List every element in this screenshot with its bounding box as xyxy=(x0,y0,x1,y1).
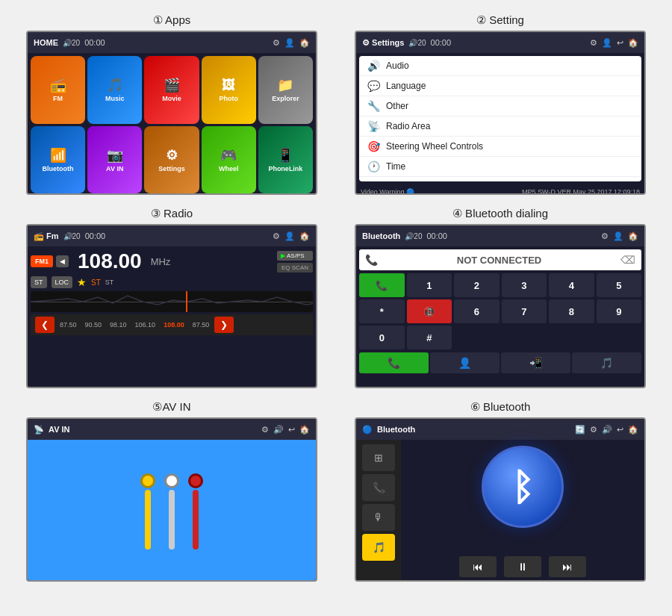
settings-back-icon[interactable]: ↩ xyxy=(617,38,623,48)
bt-dial-profile-icon: 👤 xyxy=(613,231,623,241)
settings-language[interactable]: 💬 Language xyxy=(359,76,641,96)
settings-other[interactable]: 🔧 Other xyxy=(359,96,641,116)
freq-3[interactable]: 98.10 xyxy=(107,320,130,330)
radio-waveform xyxy=(31,291,313,312)
radio-header-label: 📻 Fm xyxy=(34,231,59,241)
app-music[interactable]: 🎵 Music xyxy=(87,56,142,124)
backspace-icon[interactable]: ⌫ xyxy=(620,254,635,266)
dial-6[interactable]: 6 xyxy=(454,299,500,323)
dial-hash[interactable]: # xyxy=(407,326,452,349)
apps-profile-icon: 👤 xyxy=(284,38,295,48)
bt-side-mic[interactable]: 🎙 xyxy=(362,504,395,531)
bt-side-grid[interactable]: ⊞ xyxy=(362,444,395,471)
dial-2[interactable]: 2 xyxy=(454,273,500,297)
bt-header: 🔵 Bluetooth 🔄 ⚙ 🔊 ↩ 🏠 xyxy=(356,419,644,440)
bt-tab-recent[interactable]: 📲 xyxy=(501,352,570,373)
app-avin[interactable]: 📷 AV IN xyxy=(87,126,142,194)
avin-home-icon[interactable]: 🏠 xyxy=(299,425,310,435)
movie-label: Movie xyxy=(162,95,181,102)
radio-home-icon[interactable]: 🏠 xyxy=(299,231,310,241)
bt-settings-icon[interactable]: ⚙ xyxy=(590,425,597,435)
apps-cell: ① Apps HOME 🔊20 00:00 ⚙ 👤 🏠 📻 FM 🎵 Music xyxy=(7,7,336,201)
avin-volume-icon[interactable]: 🔊 xyxy=(273,425,284,435)
bt-volume-icon[interactable]: 🔊 xyxy=(602,425,612,435)
fm-icon: 📻 xyxy=(50,77,66,93)
app-photo[interactable]: 🖼 Photo xyxy=(202,56,256,124)
st-button[interactable]: ST xyxy=(31,276,47,288)
loc-button[interactable]: LOC xyxy=(52,276,73,288)
settings-radio-area[interactable]: 📡 Radio Area xyxy=(359,116,641,137)
dial-9[interactable]: 9 xyxy=(597,299,642,323)
avin-label: AV IN xyxy=(106,165,123,172)
bt-refresh-icon[interactable]: 🔄 xyxy=(575,425,585,435)
settings-home-icon[interactable]: 🏠 xyxy=(628,38,638,48)
settings-audio[interactable]: 🔊 Audio xyxy=(359,56,641,76)
app-movie[interactable]: 🎬 Movie xyxy=(144,56,199,124)
radio-area-icon: 📡 xyxy=(367,120,380,132)
freq-1[interactable]: 87.50 xyxy=(57,320,80,330)
rca-yellow-cable xyxy=(145,490,151,550)
version-info: MP5 SW-D VER May 25 2017 12:09:18 xyxy=(522,188,640,195)
apps-grid: 📻 FM 🎵 Music 🎬 Movie 🖼 Photo 📁 Ex xyxy=(28,53,316,195)
bt-play-pause-button[interactable]: ⏸ xyxy=(504,556,541,577)
app-phonelink[interactable]: 📱 PhoneLink xyxy=(258,126,313,194)
freq-5-active[interactable]: 108.00 xyxy=(161,320,187,330)
bt-prev-button[interactable]: ⏮ xyxy=(459,556,497,577)
dial-8[interactable]: 8 xyxy=(549,299,594,323)
bt-tab-call[interactable]: 📞 xyxy=(359,352,429,373)
app-settings[interactable]: ⚙ Settings xyxy=(144,126,199,194)
dial-5[interactable]: 5 xyxy=(597,273,642,297)
bt-side-music[interactable]: 🎵 xyxy=(362,534,395,561)
avin-settings-icon[interactable]: ⚙ xyxy=(261,425,269,435)
bt-home-icon[interactable]: 🏠 xyxy=(628,425,638,435)
dial-4[interactable]: 4 xyxy=(549,273,594,297)
dial-7[interactable]: 7 xyxy=(502,299,547,323)
favorite-star[interactable]: ★ xyxy=(77,276,87,288)
fm1-button[interactable]: FM1 xyxy=(31,255,53,267)
app-fm[interactable]: 📻 FM xyxy=(31,56,85,124)
apps-header: HOME 🔊20 00:00 ⚙ 👤 🏠 xyxy=(28,32,316,53)
bt-side-call[interactable]: 📞 xyxy=(362,474,395,501)
dial-3[interactable]: 3 xyxy=(502,273,547,297)
bt-back-icon[interactable]: ↩ xyxy=(617,425,623,435)
apps-title: ① Apps xyxy=(153,13,191,27)
app-explorer[interactable]: 📁 Explorer xyxy=(258,56,313,124)
rca-red-head xyxy=(188,473,203,488)
dial-star[interactable]: * xyxy=(359,299,405,323)
settings-time-item[interactable]: 🕐 Time xyxy=(359,157,641,177)
wheel-label: Wheel xyxy=(219,165,239,172)
freq-6[interactable]: 87.50 xyxy=(190,320,213,330)
language-label: Language xyxy=(386,81,426,91)
asps-button[interactable]: ▶ AS/PS xyxy=(277,251,313,261)
waveform-svg xyxy=(31,291,313,312)
settings-title: ② Setting xyxy=(476,13,524,27)
language-icon: 💬 xyxy=(367,80,380,92)
rca-red-cable xyxy=(193,490,199,550)
freq-4[interactable]: 106.10 xyxy=(132,320,159,330)
dial-0[interactable]: 0 xyxy=(359,326,405,349)
prev-button[interactable]: ◀ xyxy=(56,255,69,267)
bt-tab-music[interactable]: 🎵 xyxy=(572,352,641,373)
settings-cell: ② Setting ⚙ Settings 🔊20 00:00 ⚙ 👤 ↩ 🏠 🔊… xyxy=(336,7,665,201)
avin-back-icon[interactable]: ↩ xyxy=(288,425,295,435)
dialpad: 📞 1 2 3 4 5 * 📵 6 7 8 9 0 # xyxy=(359,273,641,349)
radio-body: FM1 ◀ 108.00 MHz ▶ AS/PS EQ SCAN ST LOC … xyxy=(28,246,316,388)
bt-dial-home-icon[interactable]: 🏠 xyxy=(628,231,638,241)
settings-steering[interactable]: 🎯 Steering Wheel Controls xyxy=(359,137,641,157)
other-label: Other xyxy=(386,101,408,111)
app-wheel[interactable]: 🎮 Wheel xyxy=(202,126,256,194)
bt-controls: ⏮ ⏸ ⏭ xyxy=(459,556,586,577)
settings-header-label: ⚙ Settings xyxy=(362,38,404,48)
wheel-icon: 🎮 xyxy=(220,147,237,164)
bt-next-button[interactable]: ⏭ xyxy=(549,556,586,577)
eqscan-button[interactable]: EQ SCAN xyxy=(277,263,313,273)
call-button[interactable]: 📞 xyxy=(359,273,405,297)
freq-prev-button[interactable]: ❮ xyxy=(35,317,55,333)
dial-1[interactable]: 1 xyxy=(407,273,452,297)
explorer-icon: 📁 xyxy=(277,77,293,93)
end-call-button[interactable]: 📵 xyxy=(407,299,452,323)
freq-next-button[interactable]: ❯ xyxy=(214,317,234,333)
freq-2[interactable]: 90.50 xyxy=(82,320,105,330)
bt-tab-contacts[interactable]: 👤 xyxy=(430,352,500,373)
app-bluetooth[interactable]: 📶 Bluetooth xyxy=(31,126,85,194)
